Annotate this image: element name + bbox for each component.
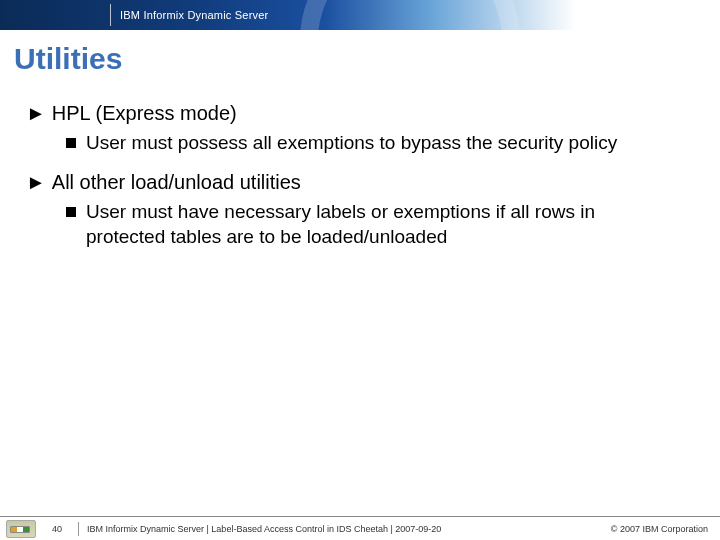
- svg-rect-12: [676, 17, 681, 19]
- footer-logo-icon: [6, 520, 36, 538]
- svg-rect-14: [673, 20, 690, 22]
- svg-rect-27: [701, 20, 706, 22]
- bullet-level2: User must have necessary labels or exemp…: [66, 199, 694, 249]
- svg-rect-28: [692, 23, 697, 25]
- header-product-name: IBM Informix Dynamic Server: [120, 0, 268, 30]
- svg-rect-29: [701, 23, 706, 25]
- svg-rect-25: [701, 17, 706, 19]
- svg-rect-3: [661, 14, 668, 16]
- bullet-text: User must possess all exemptions to bypa…: [86, 130, 617, 155]
- svg-rect-17: [701, 5, 706, 7]
- svg-rect-13: [685, 17, 690, 19]
- slide: IBM Informix Dynamic Server: [0, 0, 720, 540]
- bullet-text: HPL (Express mode): [52, 100, 237, 126]
- bullet-level1: ► All other load/unload utilities User m…: [26, 169, 694, 249]
- svg-rect-22: [692, 14, 706, 16]
- svg-rect-20: [692, 11, 699, 13]
- svg-rect-9: [676, 11, 681, 13]
- header-bar: IBM Informix Dynamic Server: [0, 0, 720, 30]
- header-divider: [110, 4, 111, 26]
- bullet-text: User must have necessary labels or exemp…: [86, 199, 676, 249]
- square-bullet-icon: [66, 207, 76, 217]
- footer-divider: [78, 522, 79, 536]
- svg-rect-6: [658, 23, 671, 25]
- svg-rect-23: [692, 17, 697, 19]
- svg-rect-0: [658, 5, 671, 7]
- svg-rect-11: [676, 14, 689, 16]
- triangle-bullet-icon: ►: [26, 100, 46, 126]
- svg-rect-26: [692, 20, 697, 22]
- svg-rect-16: [692, 5, 697, 7]
- bullet-level2: User must possess all exemptions to bypa…: [66, 130, 694, 155]
- triangle-bullet-icon: ►: [26, 169, 46, 195]
- slide-content: ► HPL (Express mode) User must possess a…: [26, 100, 694, 263]
- square-bullet-icon: [66, 138, 76, 148]
- svg-rect-2: [661, 11, 668, 13]
- bullet-text: All other load/unload utilities: [52, 169, 301, 195]
- svg-rect-5: [658, 20, 671, 22]
- svg-rect-1: [658, 8, 671, 10]
- svg-rect-7: [673, 5, 689, 7]
- svg-rect-15: [673, 23, 689, 25]
- svg-rect-19: [700, 8, 706, 10]
- svg-rect-4: [661, 17, 668, 19]
- footer-text: IBM Informix Dynamic Server | Label-Base…: [87, 524, 441, 534]
- svg-rect-18: [692, 8, 698, 10]
- footer-bar: 40 IBM Informix Dynamic Server | Label-B…: [0, 516, 720, 540]
- ibm-logo: [658, 5, 706, 25]
- bullet-level1: ► HPL (Express mode) User must possess a…: [26, 100, 694, 155]
- svg-rect-24: [698, 17, 700, 19]
- svg-rect-21: [699, 11, 706, 13]
- copyright-text: © 2007 IBM Corporation: [611, 524, 708, 534]
- page-number: 40: [44, 524, 70, 534]
- svg-rect-10: [685, 11, 690, 13]
- slide-title: Utilities: [14, 42, 122, 76]
- svg-rect-8: [673, 8, 690, 10]
